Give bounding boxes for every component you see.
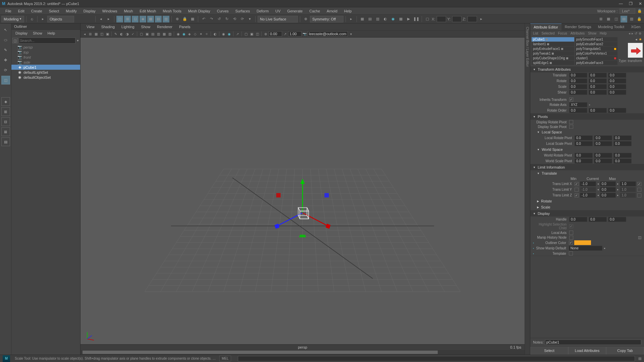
node-tab[interactable]: polyExtrudeFace3 xyxy=(575,61,618,65)
search-input[interactable] xyxy=(19,38,75,44)
menu-create[interactable]: Create xyxy=(28,8,46,14)
vp-icon[interactable]: ▢ xyxy=(139,31,144,37)
outliner-menu-item[interactable]: Display xyxy=(13,31,30,36)
vp-icon[interactable]: ▣ xyxy=(249,31,254,37)
node-tab[interactable]: splitEdge1 xyxy=(532,61,574,65)
shelf-icon[interactable]: ▤ xyxy=(155,16,162,22)
shelf-icon[interactable]: ▸ xyxy=(478,16,485,22)
shelf-icon[interactable]: ▦ xyxy=(605,16,612,22)
shear-x[interactable]: 0.0 xyxy=(569,90,587,95)
vp-icon[interactable]: ◉ xyxy=(181,31,186,37)
vp-icon[interactable]: ◐ xyxy=(119,31,124,37)
vp-icon[interactable]: ◂ xyxy=(82,31,87,37)
outliner-item[interactable]: 📷front xyxy=(11,55,80,60)
node-tab[interactable]: polyTweak1 xyxy=(532,51,574,56)
vp-icon[interactable]: ▦ xyxy=(161,31,167,37)
section-pivots[interactable]: ▼Pivots xyxy=(530,114,644,120)
shelf-icon[interactable]: ◂ xyxy=(98,16,104,22)
scale-y[interactable]: 0.0 xyxy=(589,84,607,89)
vp-field[interactable]: 1.00 xyxy=(288,31,302,37)
viewport-canvas[interactable] xyxy=(80,38,525,344)
tab-attribute-editor[interactable]: Attribute Editor xyxy=(530,23,561,31)
vp-icon[interactable]: ✓ xyxy=(130,31,136,37)
display-scale-pivot-checkbox[interactable] xyxy=(569,125,573,129)
vp-icon[interactable]: ⊕ xyxy=(263,31,268,37)
tab-render-settings[interactable]: Render Settings xyxy=(561,23,595,31)
shelf-icon[interactable]: ◐ xyxy=(382,16,389,22)
tab-modeling-toolkit[interactable]: Modeling Toolkit xyxy=(595,23,628,31)
outliner-item[interactable]: ◉defaultObjectSet xyxy=(11,75,80,80)
viewport-menu-item[interactable]: Renderer xyxy=(154,24,176,29)
shear-y[interactable]: 0.0 xyxy=(589,90,607,95)
paint-tool-icon[interactable]: ✎ xyxy=(1,46,10,54)
shelf-icon[interactable]: ▤ xyxy=(367,16,373,22)
section-display[interactable]: ▼Display xyxy=(530,210,644,217)
load-attributes-button[interactable]: Load Attributes xyxy=(568,347,606,355)
vp-icon[interactable]: ◉ xyxy=(221,31,226,37)
menu-display[interactable]: Display xyxy=(80,8,99,14)
vp-icon[interactable]: ▣ xyxy=(144,31,150,37)
coord-y-field[interactable] xyxy=(452,16,462,22)
shelf-icon[interactable]: ⊕ xyxy=(302,16,309,22)
select-tool-icon[interactable]: ↖ xyxy=(1,25,10,34)
attr-submenu[interactable]: Attributes xyxy=(571,32,585,35)
lock-icon[interactable]: 🔒 xyxy=(181,16,188,22)
viewport-menu-item[interactable]: Show xyxy=(138,24,154,29)
vp-icon[interactable]: ▣ xyxy=(105,31,110,37)
attr-nav-icon[interactable]: ▸ xyxy=(632,32,633,35)
node-tab[interactable]: pCube1 xyxy=(532,37,574,42)
menu-modify[interactable]: Modify xyxy=(62,8,80,14)
menu-mesh[interactable]: Mesh xyxy=(120,8,136,14)
coord-x-field[interactable] xyxy=(437,16,446,22)
subsection-local-space[interactable]: ▼Local Space xyxy=(530,129,644,135)
shelf-icon[interactable]: ▦ xyxy=(147,16,154,22)
section-limit[interactable]: ▼Limit Information xyxy=(530,164,644,170)
maximize-icon[interactable]: ❐ xyxy=(629,1,633,6)
vp-icon[interactable]: ▦ xyxy=(93,31,99,37)
shelf-icon[interactable]: ▤ xyxy=(621,16,627,22)
menu-generate[interactable]: Generate xyxy=(284,8,306,14)
section-transform[interactable]: ▼Transform Attributes xyxy=(530,66,644,72)
rotate-x[interactable]: 0.0 xyxy=(569,78,587,83)
attr-submenu[interactable]: Focus xyxy=(558,32,567,35)
scale-z[interactable]: 0.0 xyxy=(608,84,626,89)
vp-icon[interactable]: ◈ xyxy=(187,31,192,37)
vp-icon[interactable]: ◫ xyxy=(99,31,104,37)
last-tool-icon[interactable]: ◈ xyxy=(1,97,10,106)
outliner-menu-item[interactable]: Show xyxy=(30,31,45,36)
vp-icon[interactable]: ↗ xyxy=(282,31,288,37)
vp-icon[interactable]: ◉ xyxy=(226,31,232,37)
tab-xgen[interactable]: XGen xyxy=(628,23,644,31)
notes-input[interactable] xyxy=(545,340,641,345)
menu-file[interactable]: File xyxy=(2,8,15,14)
vp-icon[interactable]: ✎ xyxy=(113,31,118,37)
minimize-icon[interactable]: — xyxy=(619,1,623,6)
outliner-item[interactable]: 📷persp xyxy=(11,45,80,50)
shelf-icon[interactable]: ⊞ xyxy=(124,16,131,22)
layout-icon[interactable]: ▤ xyxy=(1,137,10,146)
vp-icon[interactable]: ◇ xyxy=(193,31,198,37)
vp-icon[interactable]: ⊞ xyxy=(88,31,93,37)
vp-icon[interactable]: ▢ xyxy=(243,31,249,37)
lock-icon[interactable]: 🔒 xyxy=(636,16,643,22)
attr-submenu[interactable]: Show xyxy=(588,32,596,35)
rotate-tool-icon[interactable]: ⟳ xyxy=(1,66,10,74)
shelf-icon[interactable]: ▦ xyxy=(359,16,366,22)
chevron-down-icon[interactable]: ▼ xyxy=(76,39,79,42)
attr-submenu[interactable]: Selected xyxy=(542,32,555,35)
mel-label[interactable]: MEL xyxy=(219,356,231,361)
rotate-order-x[interactable]: 0.0 xyxy=(569,108,587,113)
outliner-color-swatch[interactable] xyxy=(574,240,591,245)
filter-icon[interactable]: ◫ xyxy=(12,38,18,43)
menu-mesh-tools[interactable]: Mesh Tools xyxy=(159,8,184,14)
attr-nav-icon[interactable]: ◂ xyxy=(629,32,630,35)
viewport-menu-item[interactable]: Shading xyxy=(98,24,118,29)
move-tool-icon[interactable]: ✥ xyxy=(1,56,10,64)
connect-icon[interactable]: ◫ xyxy=(638,235,641,240)
vp-icon[interactable]: ▤ xyxy=(150,31,155,37)
mode-dropdown[interactable]: Modeling▼ xyxy=(1,16,24,22)
shelf-icon[interactable]: ⊞ xyxy=(597,16,604,22)
copy-tab-button[interactable]: Copy Tab xyxy=(606,347,644,355)
vp-icon[interactable]: ◐ xyxy=(212,31,218,37)
nav-back-icon[interactable]: ◂ xyxy=(635,37,637,42)
